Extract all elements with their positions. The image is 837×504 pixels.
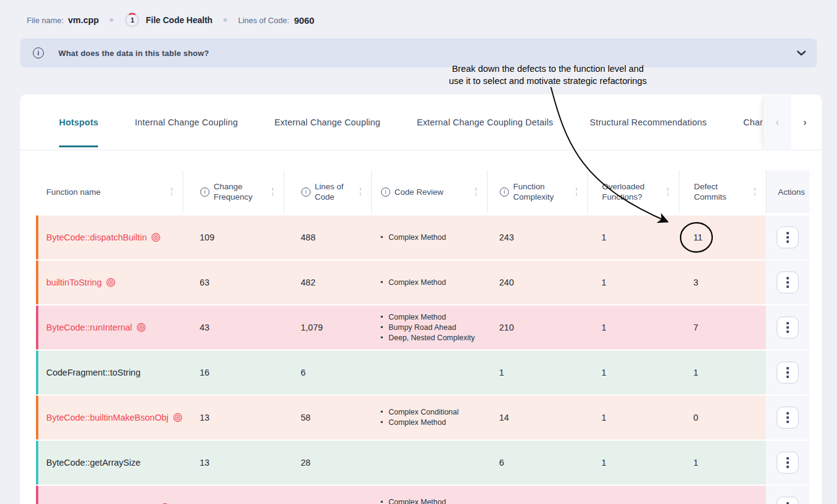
cell-defect-commits: 3 [679,261,766,304]
cell-defect-commits: 1 [679,441,766,485]
info-icon: i [33,47,44,58]
tab-hotspots[interactable]: Hotspots [41,94,116,150]
cell-actions [766,486,810,504]
cell-change-frequency: 11 [183,486,284,504]
file-meta-bar: File name: vm.cpp 1 File Code Health Lin… [27,11,314,29]
file-name-label: File name: [27,16,64,25]
cell-actions [766,261,810,304]
info-icon[interactable]: i [301,187,310,197]
file-name-value: vm.cpp [68,15,99,25]
severity-bar [36,306,38,349]
sort-icon[interactable]: ↑↓ [754,187,760,196]
severity-bar [36,486,38,504]
tab-external-change-coupling-details[interactable]: External Change Coupling Details [399,94,572,150]
cell-actions [766,306,810,349]
function-link[interactable]: ByteCode::builtinMakeBsonObj [46,413,183,422]
cell-overloaded-functions: 1 [587,396,679,439]
tab-external-change-coupling[interactable]: External Change Coupling [256,94,399,150]
col-header-actions: Actions [766,170,810,213]
table-row: ByteCode::runInternal 43 1,079 Complex M… [36,306,810,349]
sort-icon[interactable]: ↑↓ [667,187,673,196]
tab-structural-recommendations[interactable]: Structural Recommendations [572,94,725,150]
function-link[interactable]: builtinToString [46,278,116,287]
tab-internal-change-coupling[interactable]: Internal Change Coupling [116,94,256,150]
info-icon[interactable]: i [500,187,509,197]
col-header-lines-of-code: i Lines of Code ↑↓ [284,170,371,213]
col-header-function-complexity: i Function Complexity ↑↓ [487,170,587,213]
cell-function-complexity: 210 [487,306,587,349]
separator-dot [223,18,227,22]
col-header-code-review: i Code Review ↑↓ [371,170,487,213]
severity-bar [36,261,38,304]
cell-function-name: CodeFragment::toString [36,351,183,394]
severity-bar [36,351,38,394]
hotspots-card: Hotspots Internal Change Coupling Extern… [20,94,822,504]
cell-defect-commits: 1 [679,351,766,394]
table-row: ByteCode::dispatchBuiltin 109 488 Comple… [36,215,810,259]
sort-icon[interactable]: ↑↓ [475,187,481,196]
severity-bar [36,441,38,485]
annotation-note: Break down the defects to the function l… [396,63,700,87]
cell-actions [766,441,810,485]
tab-bar: Hotspots Internal Change Coupling Extern… [20,94,822,150]
cell-overloaded-functions: 1 [587,486,679,504]
cell-change-frequency: 63 [183,261,284,304]
cell-function-complexity: 243 [487,215,587,259]
cell-overloaded-functions: 1 [587,261,679,304]
row-actions-kebab-button[interactable] [777,497,799,504]
cell-overloaded-functions: 1 [587,351,679,394]
col-header-defect-commits: Defect Commits ↑↓ [679,170,766,213]
cell-defect-commits: 0 [679,486,766,504]
hotspots-table: Function name ↑↓ i Change Frequency ↑↓ i… [36,170,810,504]
row-actions-kebab-button[interactable] [777,407,799,429]
severity-bar [36,215,38,259]
cell-function-complexity: 14 [487,396,587,439]
table-row: ByteCode::builtinDropFields 11 56 Comple… [36,486,810,504]
cell-defect-commits: 7 [679,306,766,349]
cell-function-name: ByteCode::builtinDropFields [36,486,183,504]
sort-icon[interactable]: ↑↓ [170,187,177,196]
info-icon[interactable]: i [200,187,209,197]
row-actions-kebab-button[interactable] [777,362,799,383]
table-row: CodeFragment::toString 16 6 1 1 1 [36,351,810,394]
cell-function-complexity: 1 [487,351,587,394]
table-row: builtinToString 63 482 Complex Method 24… [36,261,810,304]
cell-function-name: ByteCode::runInternal [36,306,183,349]
cell-overloaded-functions: 1 [587,441,679,485]
separator-dot [110,18,113,22]
cell-function-complexity: 10 [487,486,587,504]
severity-bar [36,396,38,439]
sort-icon[interactable]: ↑↓ [359,187,365,196]
table-row: ByteCode::builtinMakeBsonObj 13 58 Compl… [36,396,810,439]
hotspot-target-icon [151,233,161,242]
cell-lines-of-code: 56 [284,486,371,504]
cell-change-frequency: 43 [183,306,284,349]
row-actions-kebab-button[interactable] [777,271,799,293]
cell-change-frequency: 13 [183,441,284,485]
code-health-gauge-icon: 1 [124,12,140,28]
col-header-change-frequency: i Change Frequency ↑↓ [183,170,284,213]
row-actions-kebab-button[interactable] [777,317,799,338]
sort-icon[interactable]: ↑↓ [271,187,278,196]
info-icon[interactable]: i [381,187,390,197]
cell-lines-of-code: 482 [284,261,371,304]
row-actions-kebab-button[interactable] [777,226,799,248]
function-link[interactable]: ByteCode::runInternal [46,323,146,332]
cell-actions [766,351,810,394]
tab-scroll-prev-icon[interactable]: ‹ [763,96,791,149]
row-actions-kebab-button[interactable] [777,452,799,474]
file-code-health-label: File Code Health [145,15,212,25]
sort-icon[interactable]: ↑↓ [575,187,581,196]
chevron-down-icon[interactable] [795,47,807,59]
table-header-row: Function name ↑↓ i Change Frequency ↑↓ i… [36,170,810,213]
cell-code-review: Complex Method Bumpy Road Ahead Deep, Ne… [371,306,487,349]
cell-function-complexity: 240 [487,261,587,304]
cell-code-review [371,351,487,394]
hotspot-target-icon [106,278,116,287]
col-header-overloaded-functions: Overloaded Functions? ↑↓ [587,170,679,213]
cell-code-review: Complex Method [371,261,487,304]
cell-lines-of-code: 58 [284,396,371,439]
function-link[interactable]: ByteCode::dispatchBuiltin [46,233,161,242]
tab-scroll-next-icon[interactable]: › [791,96,819,149]
lines-of-code-value: 9060 [294,15,314,26]
